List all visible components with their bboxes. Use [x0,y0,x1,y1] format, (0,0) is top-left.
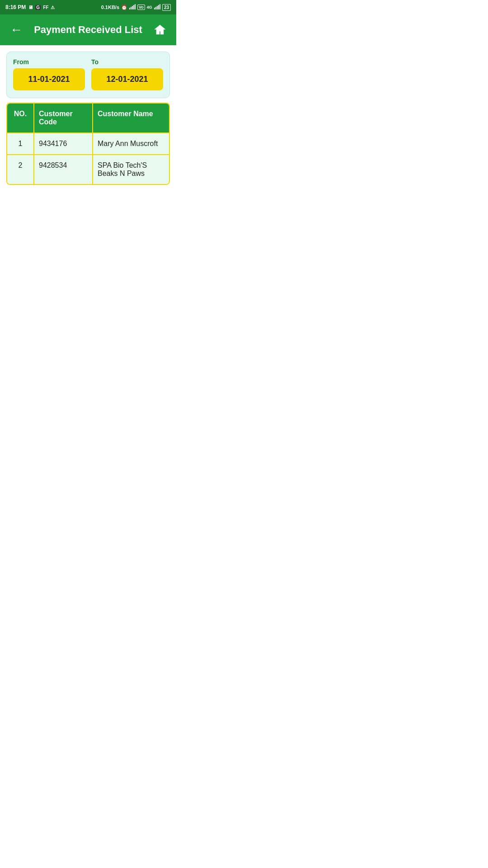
from-label: From [13,58,85,66]
date-filter: From 11-01-2021 To 12-01-2021 [6,52,170,98]
battery-icon: 23 [162,4,171,11]
col-header-no: NO. [7,104,34,132]
cell-code-2: 9428534 [34,155,93,184]
status-bar: 8:16 PM 🖥 G FF ⚠ 0.1KB/s ⏰ Vo 4G [0,0,176,14]
to-date-button[interactable]: 12-01-2021 [91,68,163,90]
home-button[interactable] [152,22,168,38]
page-title: Payment Received List [24,24,152,36]
volte-icon: Vo [137,5,145,10]
table-header-row: NO. Customer Code Customer Name [7,104,169,132]
to-label: To [91,58,163,66]
time-display: 8:16 PM [5,4,26,10]
cell-name-2: SPA Bio Tech'S Beaks N Paws [93,155,169,184]
from-date-button[interactable]: 11-01-2021 [13,68,85,90]
clock-icon: ⏰ [121,5,127,10]
header: ← Payment Received List [0,14,176,45]
status-right: 0.1KB/s ⏰ Vo 4G 23 [101,4,171,11]
sim-icon: 🖥 [28,5,33,10]
col-header-code: Customer Code [34,104,93,132]
cell-no-2: 2 [7,155,34,184]
warning-icon: ⚠ [51,5,55,10]
table-row[interactable]: 2 9428534 SPA Bio Tech'S Beaks N Paws [7,154,169,184]
cell-code-1: 9434176 [34,133,93,154]
home-icon [153,23,167,37]
speed-display: 0.1KB/s [101,5,119,10]
col-header-name: Customer Name [93,104,169,132]
payment-table: NO. Customer Code Customer Name 1 943417… [6,103,170,185]
back-button[interactable]: ← [8,22,24,38]
4g-icon: 4G [147,5,152,9]
cell-name-1: Mary Ann Muscroft [93,133,169,154]
table-row[interactable]: 1 9434176 Mary Ann Muscroft [7,132,169,154]
to-date-group: To 12-01-2021 [91,58,163,90]
signal2-icon [154,4,160,10]
ff-icon: FF [43,5,48,10]
signal-icon [129,4,136,10]
cell-no-1: 1 [7,133,34,154]
g-icon: G [35,5,41,10]
from-date-group: From 11-01-2021 [13,58,85,90]
status-left: 8:16 PM 🖥 G FF ⚠ [5,4,55,10]
